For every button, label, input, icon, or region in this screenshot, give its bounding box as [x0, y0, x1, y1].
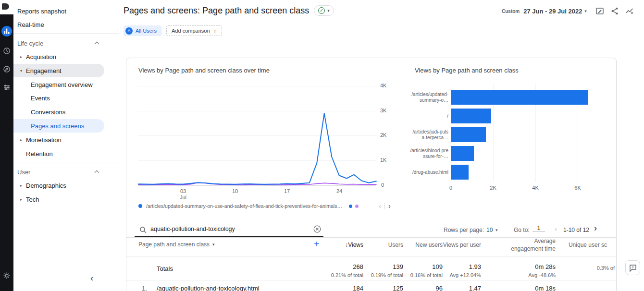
bar[interactable]	[451, 165, 469, 180]
bar[interactable]	[451, 90, 588, 105]
goto-label: Go to:	[514, 227, 530, 233]
header-controls: Custom 27 Jun - 29 Jul 2022 ▾	[502, 7, 634, 15]
expand-arrow-icon[interactable]: ▸	[18, 138, 24, 142]
bar-category-label: /articles/blood-pressure-for-…	[410, 148, 448, 159]
bar-chart-title: Views by Page path and screen class	[415, 67, 519, 74]
chevron-up-icon[interactable]	[95, 42, 99, 47]
rail-realtime-icon[interactable]	[3, 47, 11, 56]
segment-badge: A	[125, 27, 133, 35]
column-header-avg-engagement[interactable]: Average engagement time	[503, 237, 556, 253]
y-axis-tick: 4K	[380, 83, 386, 88]
row-page-path[interactable]: /aquatic-pollution-and-toxicology.html	[157, 285, 260, 291]
page-header: Pages and screens: Page path and screen …	[124, 5, 334, 16]
report-status-badge[interactable]: ✓ ▾	[314, 5, 334, 16]
chip-label: All Users	[136, 28, 157, 34]
expand-arrow-icon[interactable]: ▸	[18, 197, 24, 202]
y-axis-tick: 3K	[380, 108, 386, 113]
column-header-unique-scrolls[interactable]: Unique user sc	[549, 241, 607, 249]
share-button[interactable]	[610, 7, 619, 15]
rail-advertising-icon[interactable]	[3, 84, 11, 93]
totals-views-per-user: 1.93Avg +12.04%	[434, 263, 481, 278]
nav-section-life-cycle[interactable]: Life cycle	[17, 36, 43, 50]
nav-divider	[13, 33, 119, 34]
goto-page-input[interactable]	[533, 225, 545, 232]
collapse-sidebar-button[interactable]: ‹	[90, 273, 93, 283]
x-axis-tick: 2K	[486, 185, 500, 191]
nav-engagement-overview[interactable]: Engagement overview	[31, 78, 93, 91]
column-header-views-per-user[interactable]: Views per user	[434, 241, 481, 249]
expand-arrow-icon[interactable]: ▸	[18, 183, 24, 188]
search-input[interactable]	[150, 224, 309, 234]
nav-engagement[interactable]: ▾ Engagement	[18, 64, 62, 77]
rail-reports-icon[interactable]	[1, 26, 12, 38]
report-navigation: Reports snapshot Real-time Life cycle ▸ …	[13, 0, 124, 291]
chevron-up-icon[interactable]	[95, 170, 99, 175]
search-icon	[139, 226, 147, 235]
legend-page-dot-icon[interactable]	[355, 205, 359, 208]
totals-avg-engagement: 0m 28sAvg -48.6%	[503, 263, 556, 278]
row-views-per-user: 1.47	[434, 285, 481, 291]
chart-legend: /articles/updated-summary-on-use-and-saf…	[138, 201, 391, 211]
legend-next-icon[interactable]: ›	[388, 202, 391, 210]
next-page-icon[interactable]: ›	[594, 224, 597, 232]
series-dot-icon	[138, 204, 142, 208]
all-users-chip[interactable]: A All Users	[124, 25, 161, 36]
date-range-selector[interactable]: 27 Jun - 29 Jul 2022	[523, 8, 582, 15]
dimension-header[interactable]: Page path and screen class ▾	[138, 241, 215, 248]
rail-admin-icon[interactable]	[3, 272, 11, 281]
bar-category-label: /articles/updated-summary-o…	[410, 92, 448, 103]
edit-comparisons-button[interactable]	[595, 7, 604, 15]
bar-row: /drug-abuse.html	[410, 165, 617, 180]
line-chart[interactable]	[138, 86, 376, 185]
rail-explore-icon[interactable]	[3, 65, 11, 74]
nav-section-user[interactable]: User	[17, 165, 30, 179]
chip-label: Add comparison	[172, 28, 210, 34]
divider	[126, 256, 617, 256]
bar-row: /	[410, 109, 617, 123]
comparison-chips: A All Users Add comparison +	[124, 25, 222, 36]
bar[interactable]	[451, 127, 486, 142]
rows-per-page-select[interactable]: 10	[486, 227, 493, 233]
x-axis-tick: 4K	[528, 185, 543, 191]
add-comparison-chip[interactable]: Add comparison +	[166, 25, 222, 36]
check-circle-icon: ✓	[318, 7, 325, 14]
legend-prev-icon[interactable]: ‹	[379, 202, 381, 210]
x-axis-tick: 10	[225, 188, 245, 194]
expand-arrow-icon[interactable]: ▸	[18, 55, 24, 59]
collapse-arrow-icon[interactable]: ▾	[18, 69, 24, 73]
caret-down-icon: ▾	[495, 228, 498, 232]
nav-retention[interactable]: Retention	[26, 147, 53, 160]
y-axis-tick: 2K	[380, 132, 386, 138]
nav-pages-and-screens[interactable]: Pages and screens	[31, 119, 84, 133]
nav-divider	[13, 162, 119, 162]
caret-down-icon: ▾	[212, 242, 215, 247]
plus-icon: +	[213, 27, 217, 35]
bar[interactable]	[451, 146, 474, 161]
rail-header	[0, 0, 13, 14]
divider	[384, 203, 385, 209]
nav-events[interactable]: Events	[31, 91, 50, 105]
clear-search-icon[interactable]	[313, 225, 321, 234]
feedback-button[interactable]	[625, 260, 640, 275]
nav-real-time[interactable]: Real-time	[17, 18, 44, 31]
insights-button[interactable]	[625, 7, 634, 15]
legend-label: /articles/updated-summary-on-use-and-saf…	[146, 203, 343, 209]
x-axis-tick: 0	[444, 185, 458, 191]
nav-demographics[interactable]: ▸ Demographics	[18, 179, 66, 192]
x-axis-line	[138, 185, 376, 186]
nav-monetisation[interactable]: ▸ Monetisation	[18, 133, 62, 146]
row-index: 1.	[142, 285, 147, 291]
analytics-logo-icon[interactable]	[2, 3, 9, 10]
nav-reports-snapshot[interactable]: Reports snapshot	[17, 4, 66, 18]
nav-conversions[interactable]: Conversions	[31, 105, 65, 119]
bar[interactable]	[451, 109, 491, 123]
line-chart-title: Views by Page path and screen class over…	[138, 67, 270, 74]
nav-tech[interactable]: ▸ Tech	[18, 193, 39, 206]
row-avg-engagement: 0m 18s	[503, 285, 556, 291]
bar-category-label: /	[410, 113, 448, 119]
prev-page-icon[interactable]: ‹	[555, 225, 557, 233]
nav-acquisition[interactable]: ▸ Acquisition	[18, 50, 56, 63]
x-axis-tick: 6K	[570, 185, 585, 191]
bar-category-label: /articles/judi-pulsa-terperca…	[410, 129, 448, 141]
legend-page-dot-icon[interactable]	[349, 205, 352, 208]
